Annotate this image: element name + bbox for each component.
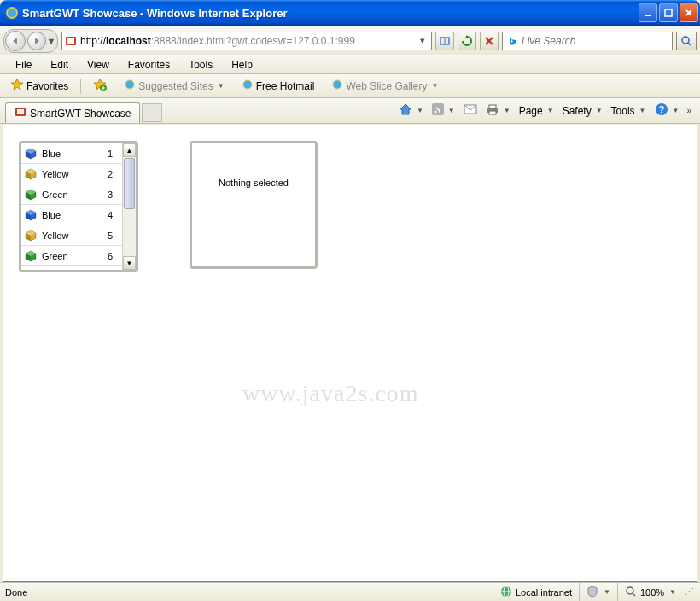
chevron-down-icon: ▼ — [639, 107, 646, 114]
svg-rect-2 — [665, 9, 672, 16]
feeds-button[interactable]: ▼ — [428, 102, 459, 120]
favorites-button[interactable]: Favorites — [5, 76, 73, 96]
titlebar: SmartGWT Showcase - Windows Internet Exp… — [0, 0, 700, 26]
svg-point-0 — [7, 8, 17, 18]
list-row[interactable]: Yellow5 — [21, 225, 122, 246]
nav-history-dropdown[interactable]: ▼ — [46, 36, 56, 46]
maximize-button[interactable] — [659, 3, 678, 22]
safety-menu-label: Safety — [563, 105, 592, 117]
menu-favorites[interactable]: Favorites — [120, 57, 178, 73]
search-field[interactable] — [502, 32, 673, 50]
svg-rect-6 — [67, 38, 74, 44]
chevron-down-icon: ▼ — [504, 107, 510, 114]
shield-icon — [586, 586, 598, 599]
list-body: Blue1Yellow2Green3Blue4Yellow5Green6 — [21, 143, 122, 270]
chevron-down-icon: ▼ — [417, 107, 423, 114]
chevron-down-icon: ▼ — [673, 107, 680, 114]
menu-view[interactable]: View — [79, 57, 118, 73]
nav-buttons: ▼ — [3, 29, 58, 53]
row-number: 3 — [102, 190, 122, 200]
suggested-sites-link[interactable]: Suggested Sites ▼ — [119, 77, 229, 95]
protected-mode[interactable]: ▼ — [579, 583, 617, 601]
svg-rect-25 — [489, 105, 496, 108]
mail-icon — [464, 103, 477, 118]
svg-point-11 — [682, 37, 689, 44]
url-field[interactable]: http://localhost:8888/index.html?gwt.cod… — [61, 32, 432, 50]
ie-small-icon — [124, 79, 136, 93]
mail-button[interactable] — [459, 102, 481, 120]
vertical-scrollbar[interactable]: ▲ ▼ — [122, 143, 136, 270]
menu-file[interactable]: File — [7, 57, 40, 73]
ie-icon — [5, 6, 19, 20]
zoom-value: 100% — [640, 587, 664, 598]
svg-point-17 — [243, 80, 252, 89]
search-button[interactable] — [676, 32, 697, 50]
url-text: http://localhost:8888/index.html?gwt.cod… — [80, 35, 416, 47]
list-row[interactable]: Blue4 — [21, 205, 122, 225]
resize-grip[interactable]: ⋰ — [683, 586, 695, 598]
tools-menu[interactable]: Tools ▼ — [607, 103, 650, 119]
url-dropdown[interactable]: ▾ — [416, 35, 429, 46]
detail-message: Nothing selected — [219, 178, 289, 188]
new-tab-button[interactable] — [142, 103, 162, 122]
menu-help[interactable]: Help — [223, 57, 261, 73]
color-list-grid: Blue1Yellow2Green3Blue4Yellow5Green6 ▲ ▼ — [19, 141, 138, 272]
svg-point-32 — [627, 587, 633, 594]
chevron-down-icon: ▼ — [547, 107, 554, 114]
add-favorite-button[interactable] — [88, 76, 112, 96]
svg-line-12 — [688, 43, 691, 45]
page-menu[interactable]: Page ▼ — [515, 103, 558, 119]
list-row[interactable]: Blue1 — [21, 143, 122, 164]
refresh-button[interactable] — [458, 32, 476, 50]
row-name: Green — [40, 251, 102, 261]
scroll-up-button[interactable]: ▲ — [123, 143, 136, 157]
forward-button[interactable] — [27, 32, 46, 50]
cube-icon — [21, 209, 40, 221]
tab-page[interactable]: SmartGWT Showcase — [5, 102, 140, 123]
bing-icon — [506, 35, 518, 47]
list-row[interactable]: Yellow2 — [21, 164, 122, 184]
row-number: 1 — [102, 149, 122, 159]
url-scheme: http:// — [80, 35, 106, 47]
menu-tools[interactable]: Tools — [180, 57, 221, 73]
list-row[interactable]: Green6 — [21, 246, 122, 266]
home-button[interactable]: ▼ — [394, 101, 428, 120]
minimize-button[interactable] — [639, 3, 657, 22]
safety-menu[interactable]: Safety ▼ — [558, 103, 607, 119]
menubar: File Edit View Favorites Tools Help — [0, 55, 700, 74]
zoom-control[interactable]: 100% ▼ — [617, 583, 683, 601]
scroll-down-button[interactable]: ▼ — [123, 256, 136, 270]
svg-rect-1 — [645, 15, 651, 16]
ie-small-icon — [331, 79, 343, 93]
zone-label: Local intranet — [516, 587, 572, 598]
free-hotmail-link[interactable]: Free Hotmail — [236, 77, 320, 95]
security-zone[interactable]: Local intranet — [493, 583, 579, 601]
compat-view-button[interactable] — [435, 32, 454, 50]
chevron-down-icon: ▼ — [596, 107, 603, 114]
scroll-thumb[interactable] — [124, 158, 135, 209]
svg-text:?: ? — [658, 104, 664, 114]
web-slice-link[interactable]: Web Slice Gallery ▼ — [326, 77, 443, 95]
tab-favicon — [15, 106, 26, 120]
list-row[interactable]: Green3 — [21, 184, 122, 205]
close-button[interactable] — [680, 3, 698, 22]
cube-icon — [21, 168, 40, 180]
toolbar-overflow[interactable]: » — [683, 106, 695, 115]
print-icon — [486, 103, 499, 118]
help-icon: ? — [655, 102, 668, 119]
search-input[interactable] — [522, 35, 668, 47]
stop-button[interactable] — [480, 32, 499, 50]
svg-rect-20 — [17, 109, 24, 114]
back-button[interactable] — [5, 31, 26, 51]
print-button[interactable]: ▼ — [481, 102, 515, 120]
star-icon — [10, 78, 24, 94]
separator — [80, 79, 81, 94]
zoom-icon — [625, 586, 637, 599]
menu-edit[interactable]: Edit — [42, 57, 77, 73]
url-path: :8888/index.html?gwt.codesvr=127.0.0.1:9… — [151, 35, 355, 47]
star-add-icon — [93, 78, 107, 94]
svg-point-22 — [434, 111, 436, 114]
tab-bar: SmartGWT Showcase ▼ ▼ ▼ Page ▼ Safety ▼ … — [0, 98, 700, 124]
help-button[interactable]: ? ▼ — [650, 101, 684, 120]
tools-menu-label: Tools — [611, 105, 635, 117]
